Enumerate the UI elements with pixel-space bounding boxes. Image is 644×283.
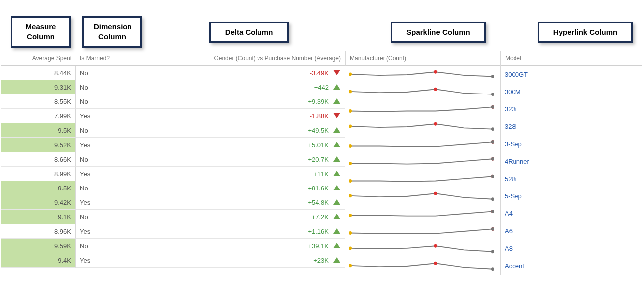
svg-point-5 xyxy=(491,93,494,96)
dimension-cell: No xyxy=(76,80,150,94)
measure-cell: 8.96K xyxy=(1,224,76,239)
sparkline-cell xyxy=(345,188,500,205)
model-link[interactable]: Accent xyxy=(505,262,524,270)
measure-cell: 9.52K xyxy=(1,138,76,152)
delta-cell: -1.88K xyxy=(150,109,345,123)
sparkline-chart xyxy=(349,137,494,152)
header-dimension[interactable]: Is Married? xyxy=(76,51,150,66)
delta-value: +20.7K xyxy=(308,156,329,163)
delta-value: +5.01K xyxy=(308,141,329,149)
sparkline-cell xyxy=(345,66,500,83)
svg-point-8 xyxy=(491,105,494,108)
dimension-cell: No xyxy=(76,152,150,167)
svg-point-18 xyxy=(349,179,352,183)
header-delta[interactable]: Gender (Count) vs Purchase Number (Avera… xyxy=(150,51,345,66)
triangle-up-icon xyxy=(333,171,340,176)
model-link[interactable]: A6 xyxy=(505,227,513,235)
delta-cell: +442 xyxy=(150,80,345,94)
svg-point-9 xyxy=(349,124,352,128)
model-link[interactable]: 323i xyxy=(505,105,517,113)
delta-value: -3.49K xyxy=(310,69,329,77)
sparkline-chart xyxy=(349,259,494,274)
sparkline-chart xyxy=(349,189,494,204)
svg-point-35 xyxy=(491,267,494,271)
header-sparkline[interactable]: Manufacturer (Count) xyxy=(345,51,500,66)
model-link[interactable]: 300M xyxy=(505,88,521,95)
sparkline-chart xyxy=(349,172,494,187)
model-cell: Accent xyxy=(501,257,642,275)
measure-cell: 9.5K xyxy=(1,123,76,138)
callout-hyperlink: Hyperlink Column xyxy=(538,22,633,43)
model-cell: 3000GT xyxy=(501,66,642,83)
delta-value: +11K xyxy=(313,170,329,178)
svg-point-10 xyxy=(434,122,437,125)
model-link[interactable]: 5-Sep xyxy=(505,192,522,200)
svg-point-0 xyxy=(349,72,352,76)
callout-dimension: Dimension Column xyxy=(82,16,142,48)
delta-cell: +11K xyxy=(150,167,345,181)
svg-point-29 xyxy=(491,227,494,230)
header-model[interactable]: Model xyxy=(501,51,642,66)
sparkline-chart xyxy=(349,224,494,239)
delta-cell: +23K xyxy=(150,253,345,268)
dimension-cell: Yes xyxy=(76,138,150,152)
model-cell: A8 xyxy=(501,240,642,257)
sparkline-chart xyxy=(349,119,494,134)
triangle-up-icon xyxy=(333,243,340,248)
sparkline-cell xyxy=(345,257,500,275)
delta-value: +1.16K xyxy=(308,228,329,235)
column-delta: Gender (Count) vs Purchase Number (Avera… xyxy=(150,51,345,275)
model-link[interactable]: 3000GT xyxy=(505,71,528,78)
delta-value: +9.39K xyxy=(308,98,329,105)
sparkline-cell xyxy=(345,83,500,100)
model-link[interactable]: 4Runner xyxy=(505,158,529,165)
delta-cell: +49.5K xyxy=(150,123,345,138)
dimension-cell: Yes xyxy=(76,224,150,239)
triangle-down-icon xyxy=(333,113,340,118)
sparkline-cell xyxy=(345,153,500,170)
delta-cell: +54.8K xyxy=(150,195,345,210)
triangle-down-icon xyxy=(333,70,340,75)
callout-sparkline: Sparkline Column xyxy=(391,22,486,43)
sparkline-cell xyxy=(345,170,500,188)
svg-point-27 xyxy=(349,231,352,235)
measure-cell: 8.44K xyxy=(1,66,76,80)
model-cell: A4 xyxy=(501,205,642,222)
sparkline-cell xyxy=(345,118,500,135)
triangle-up-icon xyxy=(333,84,340,90)
dimension-cell: No xyxy=(76,94,150,109)
svg-point-3 xyxy=(349,90,352,93)
header-measure[interactable]: Average Spent xyxy=(1,51,76,66)
model-link[interactable]: 328i xyxy=(505,123,517,130)
model-link[interactable]: 528i xyxy=(505,175,517,183)
delta-value: -1.88K xyxy=(310,112,329,120)
model-link[interactable]: 3-Sep xyxy=(505,140,522,148)
delta-cell: +1.16K xyxy=(150,224,345,239)
delta-value: +39.1K xyxy=(308,242,329,250)
measure-cell: 7.99K xyxy=(1,109,76,123)
delta-cell: -3.49K xyxy=(150,66,345,80)
svg-point-11 xyxy=(491,127,494,131)
measure-cell: 9.31K xyxy=(1,80,76,94)
model-link[interactable]: A4 xyxy=(505,210,513,217)
measure-cell: 9.5K xyxy=(1,181,76,195)
triangle-up-icon xyxy=(333,156,340,162)
sparkline-chart xyxy=(349,241,494,256)
svg-point-33 xyxy=(349,264,352,267)
dimension-cell: No xyxy=(76,239,150,253)
delta-cell: +91.6K xyxy=(150,181,345,195)
model-link[interactable]: A8 xyxy=(505,245,513,252)
svg-point-30 xyxy=(349,246,352,250)
svg-point-23 xyxy=(491,197,494,201)
svg-point-20 xyxy=(491,174,494,178)
measure-cell: 9.1K xyxy=(1,210,76,224)
triangle-up-icon xyxy=(333,214,340,219)
sparkline-chart xyxy=(349,154,494,169)
delta-cell: +5.01K xyxy=(150,138,345,152)
svg-point-31 xyxy=(434,244,437,247)
delta-cell: +39.1K xyxy=(150,239,345,253)
model-cell: 300M xyxy=(501,83,642,100)
triangle-up-icon xyxy=(333,142,340,147)
svg-point-14 xyxy=(491,140,494,143)
sparkline-chart xyxy=(349,85,494,99)
